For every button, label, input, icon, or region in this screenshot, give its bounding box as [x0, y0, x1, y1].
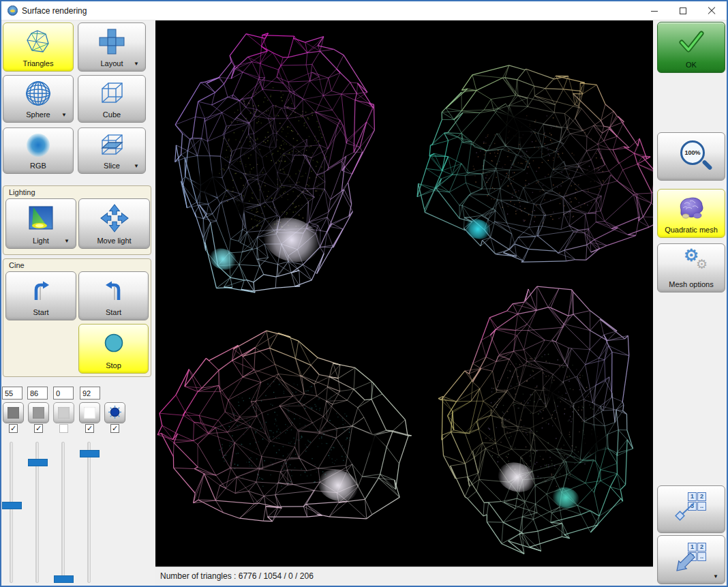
swatch-color: [7, 407, 19, 419]
opacity-slider-track-3[interactable]: [61, 442, 65, 583]
slice-cube-icon: [78, 128, 145, 162]
brain-icon: [658, 190, 725, 226]
right-action-panel: OK 100%: [653, 20, 727, 586]
mesh-options-label: Mesh options: [669, 280, 713, 289]
layout-plus-icon: [78, 23, 145, 59]
layout-button-label: Layout: [100, 59, 123, 68]
left-toolbar-panel: Triangles Layout: [1, 20, 155, 586]
render-viewport[interactable]: [155, 20, 653, 567]
opacity-slider-handle-2[interactable]: [28, 459, 48, 466]
layout-button[interactable]: Layout: [78, 22, 146, 72]
dropdown-arrow-icon: [134, 61, 139, 67]
triangles-button-label: Triangles: [23, 59, 54, 68]
sphere-wireframe-icon: [3, 76, 73, 110]
minimize-button[interactable]: [642, 1, 667, 20]
gray-level-swatch-1[interactable]: [3, 402, 24, 423]
visibility-checkbox-5[interactable]: ✓: [110, 424, 119, 433]
slice-button[interactable]: Slice: [78, 127, 146, 174]
turn-left-arrow-icon: [79, 272, 148, 308]
opacity-slider-handle-4[interactable]: [80, 450, 100, 457]
gears-icon: ⚙⚙: [658, 244, 725, 280]
cine-stop-button[interactable]: Stop: [78, 324, 149, 374]
opacity-slider-track-4[interactable]: [87, 442, 91, 583]
threshold-input-1[interactable]: [2, 387, 22, 400]
app-icon: [7, 5, 18, 16]
gray-level-swatch-2[interactable]: [28, 402, 49, 423]
threshold-input-2[interactable]: [27, 387, 48, 400]
zoom-100-button[interactable]: 100%: [657, 132, 725, 181]
swatch-color: [58, 407, 70, 419]
visibility-checkbox-2[interactable]: ✓: [34, 424, 43, 433]
spotlight-icon: [6, 199, 76, 237]
maximize-icon: [680, 7, 686, 14]
opacity-slider-handle-3[interactable]: [54, 575, 74, 583]
send-views-button-2[interactable]: 1 2 3 ..: [657, 535, 725, 584]
sphere-button[interactable]: Sphere: [3, 75, 74, 123]
green-check-icon: [658, 22, 725, 61]
cine-start-ccw-button[interactable]: Start: [78, 271, 149, 320]
sphere-button-label: Sphere: [26, 110, 50, 119]
visibility-checkbox-1[interactable]: ✓: [9, 424, 18, 433]
zoom-level-text: 100%: [684, 149, 700, 156]
triangles-wireframe-icon: [3, 23, 73, 59]
opacity-slider-handle-1[interactable]: [2, 502, 22, 509]
cine-start-cw-button[interactable]: Start: [5, 271, 76, 320]
gray-level-swatch-3[interactable]: [53, 402, 74, 423]
threshold-input-4[interactable]: [80, 387, 100, 400]
dropdown-arrow-icon: [61, 112, 67, 118]
magnifier-icon: 100%: [658, 133, 725, 177]
title-bar: Surface rendering: [1, 1, 727, 20]
dropdown-arrow-icon: [64, 239, 70, 244]
gray-level-swatch-4[interactable]: [79, 402, 100, 423]
ok-button-label: OK: [686, 61, 697, 70]
close-icon: [708, 7, 716, 15]
rgb-glow-icon: [3, 128, 73, 162]
cine-group-label: Cine: [9, 261, 25, 269]
light-point-swatch[interactable]: [104, 402, 125, 423]
opacity-slider-track-1[interactable]: [10, 442, 13, 583]
send-views-button-1[interactable]: 1 2 3 ..: [657, 485, 725, 533]
swatch-color: [84, 407, 95, 419]
quadratic-mesh-label: Quadratic mesh: [665, 226, 718, 235]
cine-stop-label: Stop: [106, 361, 121, 370]
cube-wireframe-icon: [78, 76, 145, 110]
mesh-options-button[interactable]: ⚙⚙ Mesh options: [657, 243, 725, 292]
visibility-checkbox-3[interactable]: [59, 424, 68, 433]
minimize-icon: [651, 11, 658, 12]
slice-button-label: Slice: [104, 162, 120, 170]
quadratic-mesh-button[interactable]: Quadratic mesh: [657, 189, 725, 238]
surface-rendering-window: Surface rendering: [0, 0, 728, 587]
rgb-button-label: RGB: [30, 162, 46, 170]
threshold-input-3[interactable]: [53, 387, 74, 400]
stop-circle-icon: [79, 325, 148, 361]
cube-button-label: Cube: [103, 110, 121, 119]
dropdown-arrow-icon: [713, 574, 718, 580]
turn-right-arrow-icon: [6, 272, 76, 308]
swatch-color: [33, 407, 44, 419]
rgb-button[interactable]: RGB: [3, 127, 74, 174]
light-button-label: Light: [33, 237, 49, 245]
move-light-button[interactable]: Move light: [78, 198, 150, 249]
dropdown-arrow-icon: [134, 164, 139, 169]
triangle-count-text: Number of triangles : 6776 / 1054 / 0 / …: [160, 571, 314, 581]
light-button[interactable]: Light: [5, 198, 76, 249]
views-grid-line-arrow-icon: 1 2 3 ..: [658, 486, 725, 530]
visibility-checkbox-4[interactable]: ✓: [85, 424, 94, 433]
status-bar: Number of triangles : 6776 / 1054 / 0 / …: [155, 567, 653, 586]
lighting-group-label: Lighting: [9, 188, 35, 196]
cube-button[interactable]: Cube: [78, 75, 146, 123]
move-arrows-icon: [79, 199, 149, 237]
cine-start-cw-label: Start: [33, 308, 48, 317]
light-point-icon: [108, 405, 122, 421]
window-title: Surface rendering: [22, 6, 87, 16]
move-light-button-label: Move light: [97, 237, 131, 245]
cine-start-ccw-label: Start: [106, 308, 121, 317]
maximize-button[interactable]: [671, 1, 695, 20]
triangles-button[interactable]: Triangles: [3, 22, 74, 72]
close-button[interactable]: [698, 1, 725, 20]
ok-button[interactable]: OK: [657, 22, 725, 73]
